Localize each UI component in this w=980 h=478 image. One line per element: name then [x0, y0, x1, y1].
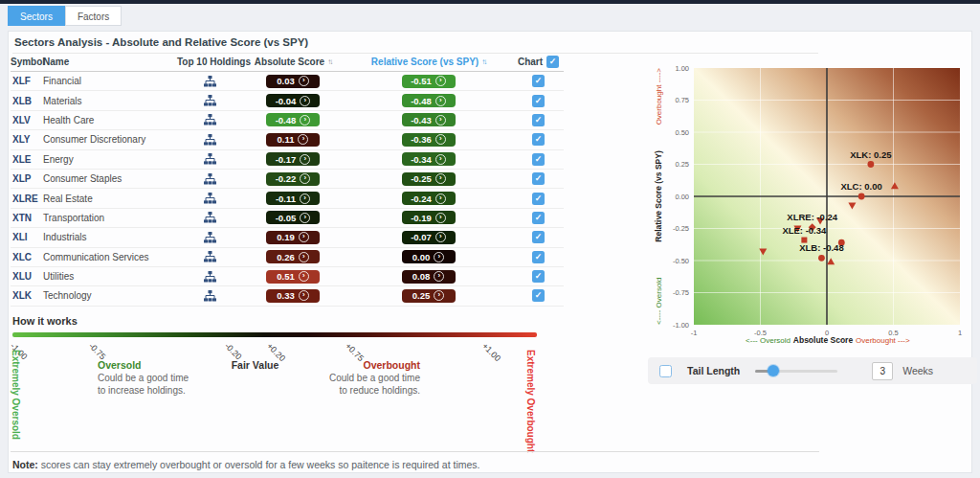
chevron-right-icon: › [300, 173, 310, 184]
tail-length-label: Tail Length [687, 365, 740, 376]
top10-holdings-icon[interactable] [204, 193, 216, 204]
tab-factors[interactable]: Factors [65, 6, 122, 26]
relative-score-badge[interactable]: -0.25 › [402, 172, 456, 186]
symbol-cell[interactable]: XLE [11, 154, 43, 165]
top10-holdings-icon[interactable] [204, 76, 216, 87]
absolute-score-badge[interactable]: -0.48 › [266, 113, 320, 126]
relative-score-badge[interactable]: -0.24 › [402, 192, 456, 205]
symbol-cell[interactable]: XLV [11, 115, 43, 125]
row-chart-checkbox[interactable]: ✓ [532, 95, 545, 107]
absolute-score-badge[interactable]: -0.17 › [266, 152, 320, 166]
col-header-absolute-score[interactable]: Absolute Score ↑↓ [242, 57, 344, 67]
row-chart-checkbox[interactable]: ✓ [532, 289, 545, 302]
relative-score-badge[interactable]: -0.51 › [402, 75, 456, 88]
holdings-cell[interactable] [177, 290, 242, 302]
row-chart-checkbox[interactable]: ✓ [532, 231, 545, 243]
top10-holdings-icon[interactable] [204, 290, 216, 302]
holdings-cell[interactable] [177, 114, 242, 125]
holdings-cell[interactable] [177, 271, 242, 283]
symbol-cell[interactable]: XLK [11, 290, 43, 301]
symbol-cell[interactable]: XLF [11, 76, 43, 86]
tail-length-value-input[interactable]: 3 [872, 362, 893, 380]
absolute-score-badge[interactable]: 0.03 › [266, 75, 320, 88]
scatter-chart[interactable]: 1.000.750.500.250.00-0.25-0.50-0.75-1.00… [648, 54, 980, 355]
holdings-cell[interactable] [177, 153, 242, 165]
top10-holdings-icon[interactable] [204, 153, 216, 165]
holdings-cell[interactable] [177, 232, 242, 243]
row-chart-checkbox[interactable]: ✓ [532, 153, 545, 166]
absolute-score-badge[interactable]: 0.26 › [266, 250, 320, 263]
relative-score-badge[interactable]: -0.48 › [402, 94, 456, 107]
top10-holdings-icon[interactable] [204, 232, 216, 243]
sort-icon-relative[interactable]: ↑↓ [481, 57, 485, 66]
holdings-cell[interactable] [177, 193, 242, 204]
data-point-xlk[interactable] [867, 161, 874, 168]
absolute-score-badge[interactable]: 0.51 › [266, 270, 320, 284]
top10-holdings-icon[interactable] [204, 212, 216, 223]
absolute-score-value: 0.19 [277, 232, 295, 242]
row-chart-checkbox[interactable]: ✓ [532, 270, 545, 283]
relative-score-badge[interactable]: -0.43 › [402, 113, 456, 126]
row-chart-checkbox[interactable]: ✓ [532, 114, 545, 126]
row-chart-checkbox[interactable]: ✓ [532, 133, 545, 146]
absolute-score-badge[interactable]: -0.11 › [266, 192, 320, 205]
col-header-relative-score[interactable]: Relative Score (vs SPY) ↑↓ [344, 57, 513, 67]
row-chart-checkbox[interactable]: ✓ [532, 212, 545, 224]
symbol-cell[interactable]: XLB [11, 96, 43, 106]
top10-holdings-icon[interactable] [204, 251, 216, 262]
tab-sectors[interactable]: Sectors [8, 6, 65, 26]
table-row: XLRE Real Estate -0.11 › -0.24 › ✓ [11, 189, 564, 208]
top10-holdings-icon[interactable] [204, 134, 216, 146]
score-gradient-bar [12, 332, 537, 337]
divider [11, 451, 819, 452]
row-chart-checkbox[interactable]: ✓ [532, 251, 545, 263]
absolute-score-value: 0.33 [277, 290, 295, 301]
symbol-cell[interactable]: XTN [11, 213, 43, 223]
tail-length-checkbox[interactable] [659, 365, 672, 377]
top10-holdings-icon[interactable] [204, 173, 216, 185]
symbol-cell[interactable]: XLY [11, 134, 43, 145]
absolute-score-badge[interactable]: -0.04 › [266, 94, 320, 107]
tail-length-slider[interactable] [755, 370, 837, 373]
symbol-cell[interactable]: XLU [11, 271, 43, 282]
holdings-cell[interactable] [177, 212, 242, 223]
relative-score-badge[interactable]: -0.36 › [402, 133, 456, 147]
chevron-right-icon: › [299, 271, 309, 282]
slider-handle[interactable] [768, 365, 779, 376]
holdings-cell[interactable] [177, 251, 242, 262]
extremely-oversold-label: Extremely Oversold [11, 350, 21, 440]
relative-score-badge[interactable]: -0.19 › [402, 211, 456, 224]
row-chart-checkbox[interactable]: ✓ [532, 75, 545, 87]
relative-score-badge[interactable]: 0.25 › [402, 289, 456, 303]
relative-score-badge[interactable]: 0.00 › [402, 250, 456, 263]
col-header-holdings: Top 10 Holdings [177, 57, 242, 67]
symbol-cell[interactable]: XLRE [11, 193, 43, 204]
absolute-score-badge[interactable]: 0.33 › [266, 289, 320, 303]
relative-score-badge[interactable]: -0.34 › [402, 152, 456, 166]
holdings-cell[interactable] [177, 95, 242, 106]
relative-score-badge[interactable]: 0.08 › [402, 270, 456, 284]
y-tick-label: -0.75 [673, 288, 689, 297]
top10-holdings-icon[interactable] [204, 95, 216, 106]
top10-holdings-icon[interactable] [204, 271, 216, 283]
page-title: Sectors Analysis - Absolute and Relative… [12, 32, 818, 54]
top10-holdings-icon[interactable] [204, 114, 216, 125]
absolute-score-badge[interactable]: 0.19 › [266, 231, 320, 244]
holdings-cell[interactable] [177, 134, 242, 146]
symbol-cell[interactable]: XLI [11, 232, 43, 242]
chart-select-all-checkbox[interactable]: ✓ [546, 56, 559, 68]
holdings-cell[interactable] [177, 173, 242, 185]
sort-icon-absolute[interactable]: ↑↓ [327, 57, 331, 66]
absolute-score-badge[interactable]: 0.11 › [266, 133, 320, 147]
row-chart-checkbox[interactable]: ✓ [532, 193, 545, 205]
relative-score-badge[interactable]: -0.07 › [402, 231, 456, 244]
tail-length-unit: Weeks [902, 365, 933, 376]
absolute-score-badge[interactable]: -0.22 › [266, 172, 320, 186]
holdings-cell[interactable] [177, 76, 242, 87]
symbol-cell[interactable]: XLP [11, 173, 43, 184]
data-point-xlb[interactable] [818, 255, 825, 262]
data-point-xlc[interactable] [858, 193, 865, 200]
row-chart-checkbox[interactable]: ✓ [532, 172, 545, 185]
absolute-score-badge[interactable]: -0.05 › [266, 211, 320, 224]
symbol-cell[interactable]: XLC [11, 252, 43, 262]
